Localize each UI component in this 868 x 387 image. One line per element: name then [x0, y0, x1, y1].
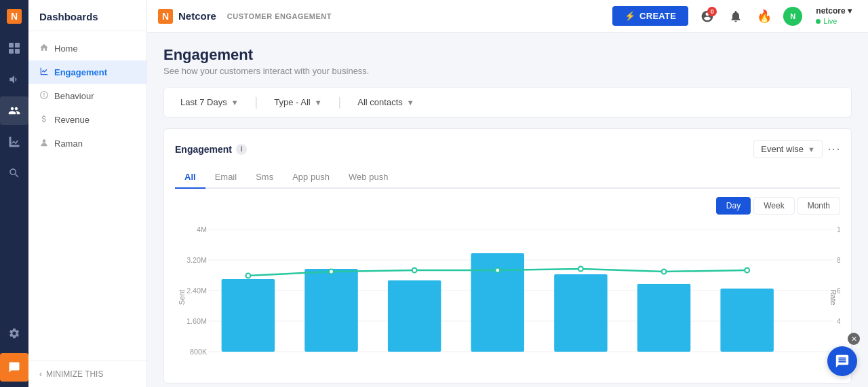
- svg-rect-27: [637, 284, 690, 352]
- lightning-icon: ⚡: [625, 11, 635, 21]
- chart-controls: Event wise ▼ ⋮: [753, 140, 840, 158]
- user-chip[interactable]: netcore ▾ Live: [810, 3, 857, 29]
- date-range-filter[interactable]: Last 7 Days ▼: [175, 94, 244, 110]
- svg-rect-28: [720, 289, 773, 352]
- svg-rect-3: [15, 49, 20, 54]
- chat-widget-button[interactable]: [827, 346, 857, 376]
- tab-all[interactable]: All: [175, 166, 205, 189]
- page-header: Engagement See how your customers intera…: [163, 46, 852, 76]
- contacts-filter[interactable]: All contacts ▼: [352, 94, 419, 110]
- tab-web-push[interactable]: Web push: [339, 166, 397, 189]
- account-icon-button[interactable]: 0: [696, 5, 718, 27]
- fire-icon-button[interactable]: 🔥: [753, 5, 775, 27]
- green-avatar-button[interactable]: N: [782, 5, 804, 27]
- tab-email[interactable]: Email: [205, 166, 247, 189]
- sidebar-item-home[interactable]: Home: [28, 37, 146, 60]
- notification-bell-button[interactable]: [725, 5, 747, 27]
- contacts-chevron-icon: ▼: [407, 98, 414, 107]
- chat-icon[interactable]: [0, 353, 28, 382]
- svg-text:Sent: Sent: [178, 290, 186, 306]
- account-badge: 0: [707, 7, 717, 16]
- svg-text:Rate: Rate: [829, 289, 837, 305]
- sidebar-item-engagement[interactable]: Engagement: [28, 60, 146, 84]
- live-dot: [816, 19, 821, 24]
- minimize-button[interactable]: ‹ MINIMIZE THIS: [28, 361, 146, 387]
- icon-rail: N: [0, 0, 28, 387]
- megaphone-icon[interactable]: [0, 65, 28, 94]
- sidebar-item-revenue[interactable]: Revenue: [28, 108, 146, 132]
- time-period-buttons: Day Week Month: [175, 197, 840, 215]
- svg-rect-2: [9, 49, 14, 54]
- svg-rect-1: [15, 43, 20, 48]
- svg-point-29: [245, 274, 250, 278]
- filter-bar: Last 7 Days ▼ | Type - All ▼ | All conta…: [163, 87, 852, 117]
- svg-point-31: [412, 268, 417, 273]
- create-button[interactable]: ⚡ CREATE: [612, 6, 689, 26]
- topbar-brand: N Netcore CUSTOMER ENGAGEMENT: [158, 9, 332, 24]
- grid-icon[interactable]: [0, 34, 28, 62]
- chart-svg: 4M 3.20M 2.40M 1.60M 800K 100% 80% 60% 4…: [175, 223, 840, 372]
- filter-separator-2: |: [338, 95, 342, 109]
- live-status: Live: [823, 17, 837, 25]
- contacts-label: All contacts: [357, 97, 402, 107]
- svg-text:40%: 40%: [837, 317, 840, 325]
- page-title: Engagement: [163, 46, 852, 64]
- brand-name: Netcore: [178, 10, 216, 22]
- logo-area: N: [0, 0, 28, 33]
- sidebar: Dashboards Home Engagement Behaviour Rev…: [28, 0, 147, 387]
- svg-text:3.20M: 3.20M: [186, 256, 207, 264]
- filter-separator: |: [255, 95, 258, 109]
- day-button[interactable]: Day: [716, 197, 751, 215]
- page-subtitle: See how your customers interact with you…: [163, 66, 852, 76]
- chart-area: 4M 3.20M 2.40M 1.60M 800K 100% 80% 60% 4…: [175, 223, 840, 372]
- svg-rect-26: [554, 274, 607, 352]
- svg-text:80%: 80%: [837, 256, 840, 264]
- svg-text:800K: 800K: [190, 348, 208, 356]
- svg-point-34: [662, 270, 667, 274]
- chart-icon[interactable]: [0, 128, 28, 156]
- sidebar-nav: Home Engagement Behaviour Revenue Raman: [28, 31, 146, 361]
- sidebar-item-raman[interactable]: Raman: [28, 132, 146, 155]
- brand-section: CUSTOMER ENGAGEMENT: [227, 12, 332, 20]
- gear-icon[interactable]: [0, 319, 28, 348]
- engagement-icon: [39, 67, 49, 78]
- chat-close-button[interactable]: ✕: [848, 333, 860, 345]
- raman-icon: [39, 138, 49, 149]
- svg-rect-24: [388, 280, 441, 352]
- engagement-chart-card: Engagement i Event wise ▼ ⋮ All Email Sm…: [163, 128, 852, 384]
- people-icon[interactable]: [0, 96, 28, 125]
- svg-rect-0: [9, 43, 14, 48]
- sidebar-title: Dashboards: [28, 0, 146, 31]
- type-filter[interactable]: Type - All ▼: [269, 94, 327, 110]
- green-avatar: N: [783, 7, 802, 26]
- week-button[interactable]: Week: [753, 197, 794, 215]
- topbar-logo: N: [158, 9, 173, 24]
- search-zoom-icon[interactable]: [0, 159, 28, 187]
- svg-text:1.60M: 1.60M: [186, 317, 207, 325]
- type-label: Type - All: [274, 97, 310, 107]
- sidebar-item-behaviour[interactable]: Behaviour: [28, 84, 146, 108]
- topbar: N Netcore CUSTOMER ENGAGEMENT ⚡ CREATE 0…: [147, 0, 868, 33]
- flame-icon: 🔥: [757, 9, 772, 24]
- chart-title-area: Engagement i: [175, 144, 247, 155]
- chart-tabs: All Email Sms App push Web push: [175, 166, 840, 189]
- tab-app-push[interactable]: App push: [283, 166, 339, 189]
- type-chevron-icon: ▼: [315, 98, 322, 107]
- info-icon[interactable]: i: [236, 144, 247, 155]
- svg-rect-23: [304, 269, 357, 352]
- tab-sms[interactable]: Sms: [246, 166, 283, 189]
- svg-point-4: [43, 139, 46, 143]
- month-button[interactable]: Month: [797, 197, 840, 215]
- svg-text:2.40M: 2.40M: [186, 287, 207, 295]
- svg-point-35: [745, 268, 749, 273]
- chevron-left-icon: ‹: [39, 369, 42, 379]
- svg-rect-22: [222, 279, 275, 352]
- event-wise-select[interactable]: Event wise ▼: [753, 140, 823, 158]
- more-options-icon[interactable]: ⋮: [827, 143, 842, 155]
- event-chevron-icon: ▼: [808, 145, 815, 153]
- svg-point-33: [578, 267, 583, 272]
- topbar-icons: 0 🔥 N netcore ▾ Live: [696, 3, 857, 29]
- chevron-down-icon: ▼: [231, 98, 239, 107]
- home-icon: [39, 43, 49, 54]
- brand-logo[interactable]: N: [7, 9, 22, 24]
